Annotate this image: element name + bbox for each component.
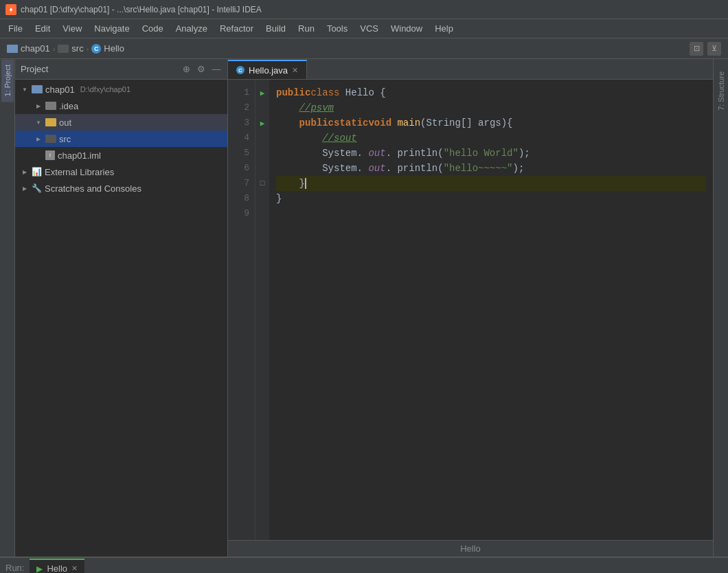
code-line-5: System. out. println("hello World");: [276, 146, 706, 161]
tree-arrow-extlibs: [21, 169, 29, 175]
right-vertical-tabs: 7: Structure: [713, 59, 728, 557]
tab-class-icon: C: [236, 66, 244, 74]
collapse-button[interactable]: ⊻: [707, 42, 721, 56]
run-tab-icon: ▶: [36, 564, 43, 574]
src-folder-icon-tree: [45, 135, 56, 143]
breadcrumb-src[interactable]: src: [58, 43, 83, 54]
code-line-2: //psvm: [276, 100, 706, 115]
tab-hello-java-label: Hello.java: [249, 65, 288, 76]
menu-refactor[interactable]: Refactor: [214, 21, 259, 36]
menu-code[interactable]: Code: [137, 21, 169, 36]
title-bar: ♦ chap01 [D:\dfxy\chap01] - ...\src\Hell…: [0, 0, 728, 19]
code-line-7: }: [276, 176, 706, 191]
code-line-8: }: [276, 191, 706, 206]
tree-label-iml: chap01.iml: [58, 150, 101, 161]
code-line-3: public static void main(String[] args){: [276, 115, 706, 131]
main-area: 1: Project Project ⊕ ⚙ — chap01 D:\dfxy\…: [0, 59, 728, 557]
tree-item-src[interactable]: src: [15, 131, 227, 147]
run-tab-close[interactable]: ✕: [71, 564, 78, 573]
code-line-9: [276, 206, 706, 221]
tree-path-chap01: D:\dfxy\chap01: [80, 85, 130, 93]
menu-build[interactable]: Build: [260, 21, 291, 36]
menu-vcs[interactable]: VCS: [354, 21, 384, 36]
chap01-folder-icon: [32, 85, 43, 93]
tree-label-chap01: chap01: [45, 85, 75, 95]
code-editor[interactable]: 1 2 3 4 5 6 7 8 9 ▶ ▶ □: [228, 80, 713, 540]
tab-hello-java[interactable]: C Hello.java ✕: [228, 60, 307, 79]
menu-file[interactable]: File: [3, 21, 28, 36]
folder-icon: [7, 45, 18, 53]
project-tab[interactable]: 1: Project: [1, 59, 14, 102]
menu-view[interactable]: View: [57, 21, 87, 36]
breadcrumb-actions: ⊡ ⊻: [690, 42, 721, 56]
tree-label-extlibs: External Libraries: [45, 167, 114, 177]
gutter-9: [255, 206, 269, 221]
tree-arrow-idea: [34, 103, 43, 109]
line-numbers: 1 2 3 4 5 6 7 8 9: [228, 80, 255, 540]
iml-file-icon: i: [45, 150, 55, 160]
out-folder-icon: [45, 118, 56, 126]
run-tab-label-hello: Hello: [47, 563, 67, 573]
menu-tools[interactable]: Tools: [321, 21, 353, 36]
idea-folder-icon: [45, 102, 56, 110]
scratch-icon: 🔧: [32, 183, 42, 193]
code-line-1: public class Hello {: [276, 85, 706, 100]
tree-item-idea[interactable]: .idea: [15, 98, 227, 114]
editor-area: C Hello.java ✕ 1 2 3 4 5 6 7 8 9 ▶: [228, 59, 713, 557]
menu-run[interactable]: Run: [293, 21, 320, 36]
project-toolbar: Project ⊕ ⚙ —: [15, 59, 227, 80]
run-tabs: Run: ▶ Hello ✕: [0, 558, 728, 573]
gutter-4: [255, 131, 269, 146]
breadcrumb-bar: chap01 › src › C Hello ⊡ ⊻: [0, 38, 728, 59]
gutter-3: ▶: [255, 115, 269, 131]
settings-cog-icon[interactable]: ⚙: [196, 64, 207, 75]
gutter-5: [255, 146, 269, 161]
window-title: chap01 [D:\dfxy\chap01] - ...\src\Hello.…: [21, 5, 262, 14]
breadcrumb-chap01[interactable]: chap01: [7, 43, 50, 54]
code-line-6: System. out. println("hello~~~~~");: [276, 161, 706, 176]
project-panel-title: Project: [21, 64, 48, 74]
tree-arrow-src: [34, 136, 43, 142]
tree-item-chap01[interactable]: chap01 D:\dfxy\chap01: [15, 81, 227, 98]
run-tab-hello[interactable]: ▶ Hello ✕: [30, 559, 84, 574]
tree-arrow-out: [34, 120, 43, 126]
editor-tabs: C Hello.java ✕: [228, 59, 713, 80]
class-icon: C: [91, 44, 101, 54]
tree-arrow-chap01: [21, 87, 29, 93]
breadcrumb-label-chap01: chap01: [21, 43, 50, 54]
tree-label-scratches: Scratches and Consoles: [45, 183, 141, 194]
tree-label-out: out: [59, 117, 71, 128]
tree-item-iml[interactable]: i chap01.iml: [15, 147, 227, 164]
left-vertical-tabs: 1: Project: [0, 59, 15, 557]
menu-analyze[interactable]: Analyze: [170, 21, 213, 36]
menu-help[interactable]: Help: [429, 21, 459, 36]
fold-line-7[interactable]: □: [255, 176, 269, 191]
menu-window[interactable]: Window: [385, 21, 428, 36]
editor-footer-text: Hello: [460, 543, 481, 554]
tab-close-button[interactable]: ✕: [292, 66, 298, 75]
gutter-6: [255, 161, 269, 176]
code-content[interactable]: public class Hello { //psvm public stati…: [269, 80, 713, 540]
tree-item-out[interactable]: out: [15, 114, 227, 131]
menu-navigate[interactable]: Navigate: [89, 21, 135, 36]
breadcrumb-label-hello: Hello: [104, 43, 124, 54]
breadcrumb-sep-1: ›: [53, 45, 56, 53]
run-line-1[interactable]: ▶: [255, 85, 269, 100]
gutter-8: [255, 191, 269, 206]
app-icon: ♦: [5, 4, 16, 15]
expand-button[interactable]: ⊡: [690, 42, 703, 56]
tree-label-src: src: [59, 134, 71, 144]
structure-tab[interactable]: 7: Structure: [715, 66, 727, 116]
tree-label-idea: .idea: [59, 101, 78, 111]
code-line-4: //sout: [276, 131, 706, 146]
ext-lib-icon: 📊: [32, 167, 42, 177]
close-panel-icon[interactable]: —: [211, 64, 222, 75]
breadcrumb-sep-2: ›: [87, 45, 89, 53]
sync-icon[interactable]: ⊕: [181, 64, 192, 75]
menu-edit[interactable]: Edit: [30, 21, 56, 36]
tree-item-extlibs[interactable]: 📊 External Libraries: [15, 164, 227, 180]
tree-item-scratches[interactable]: 🔧 Scratches and Consoles: [15, 180, 227, 196]
tree-arrow-scratches: [21, 186, 29, 192]
gutter-2: [255, 100, 269, 115]
breadcrumb-hello[interactable]: C Hello: [91, 43, 124, 54]
